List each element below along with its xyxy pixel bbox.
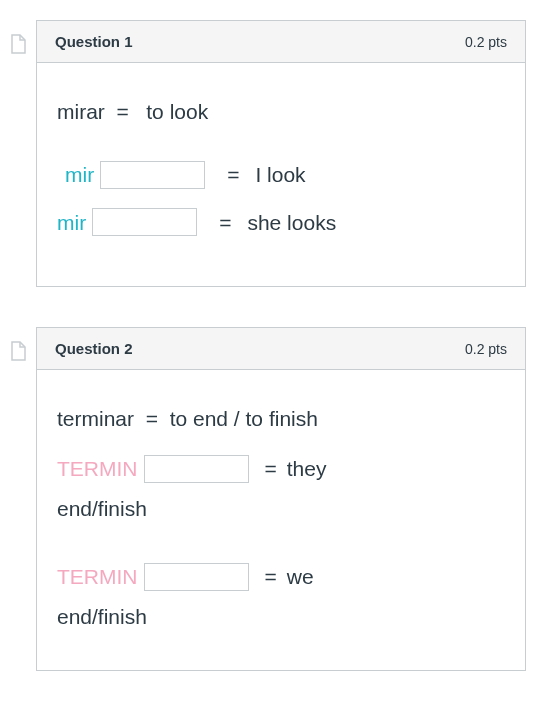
equals-sign: =	[265, 558, 277, 596]
equals-sign: =	[227, 156, 239, 194]
question-card: Question 2 0.2 pts terminar = to end / t…	[36, 327, 526, 671]
question-card: Question 1 0.2 pts mirar = to look mir =…	[36, 20, 526, 287]
page-icon	[10, 341, 28, 361]
question-2: Question 2 0.2 pts terminar = to end / t…	[10, 327, 526, 671]
question-points: 0.2 pts	[465, 34, 507, 50]
answer-row: mir = she looks	[57, 204, 505, 242]
answer-row: mir = I look	[57, 156, 505, 194]
answer-meaning-b: end/finish	[57, 598, 505, 636]
verb-stem: mir	[57, 204, 86, 242]
prompt-eq: =	[117, 100, 129, 123]
question-header: Question 1 0.2 pts	[37, 21, 525, 63]
answer-meaning-a: we	[287, 558, 314, 596]
verb-stem: TERMIN	[57, 558, 138, 596]
verb-stem: mir	[65, 156, 94, 194]
prompt-line: mirar = to look	[57, 93, 505, 131]
answer-input[interactable]	[144, 563, 249, 591]
question-body: mirar = to look mir = I look mir = she l…	[37, 63, 525, 286]
page-icon	[10, 34, 28, 54]
answer-input[interactable]	[144, 455, 249, 483]
answer-meaning: she looks	[247, 204, 336, 242]
question-1: Question 1 0.2 pts mirar = to look mir =…	[10, 20, 526, 287]
prompt-translation: to look	[146, 100, 208, 123]
verb-stem: TERMIN	[57, 450, 138, 488]
equals-sign: =	[219, 204, 231, 242]
answer-block: TERMIN = we end/finish	[57, 558, 505, 636]
answer-meaning: I look	[255, 156, 305, 194]
answer-input[interactable]	[92, 208, 197, 236]
equals-sign: =	[265, 450, 277, 488]
answer-block: TERMIN = they end/finish	[57, 450, 505, 528]
answer-meaning-b: end/finish	[57, 490, 505, 528]
answer-row: TERMIN = they	[57, 450, 505, 488]
question-title: Question 1	[55, 33, 133, 50]
prompt-eq: =	[146, 407, 158, 430]
question-body: terminar = to end / to finish TERMIN = t…	[37, 370, 525, 670]
answer-row: TERMIN = we	[57, 558, 505, 596]
question-points: 0.2 pts	[465, 341, 507, 357]
prompt-line: terminar = to end / to finish	[57, 400, 505, 438]
prompt-word: mirar	[57, 100, 105, 123]
prompt-word: terminar	[57, 407, 134, 430]
question-header: Question 2 0.2 pts	[37, 328, 525, 370]
answer-input[interactable]	[100, 161, 205, 189]
prompt-translation: to end / to finish	[170, 407, 318, 430]
question-title: Question 2	[55, 340, 133, 357]
answer-meaning-a: they	[287, 450, 327, 488]
